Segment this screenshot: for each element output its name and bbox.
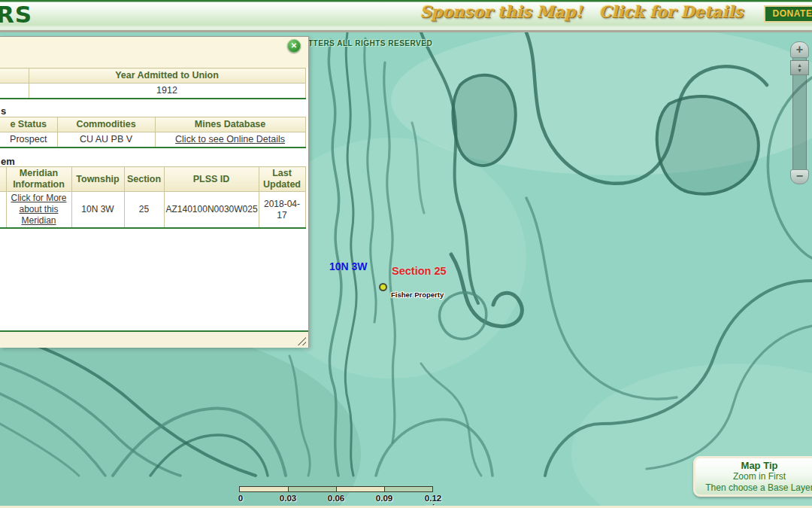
chevron-up-icon: ▲ bbox=[797, 62, 802, 68]
scale-tick: 0.09 bbox=[376, 494, 392, 503]
meridian-link[interactable]: Click for More about this Meridian bbox=[11, 193, 66, 226]
table-row: Click for More about this Meridian 10N 3… bbox=[0, 192, 305, 229]
mine-table: e Status Commodities Mines Database Pros… bbox=[0, 117, 306, 148]
map-tip-line2: Then choose a Base Layer bbox=[695, 482, 812, 494]
mine-marker[interactable] bbox=[379, 283, 387, 291]
zoom-slider-handle[interactable]: ▲ ▼ bbox=[790, 60, 809, 75]
meridian-info-cell: Click for More about this Meridian bbox=[6, 192, 71, 229]
property-label: Fisher Property bbox=[391, 291, 444, 299]
map-copyright: TTERS ALL RIGHTS RESERVED bbox=[308, 39, 432, 47]
year-admitted-header: Year Admitted to Union bbox=[29, 68, 305, 84]
scale-bar-segment bbox=[288, 487, 336, 491]
map-tip-line1: Zoom in First bbox=[695, 471, 812, 482]
chevron-down-icon: ▼ bbox=[797, 68, 802, 73]
section-header: Section bbox=[124, 167, 164, 192]
state-table-cut-header bbox=[0, 68, 29, 84]
table-row: Prospect CU AU PB V Click to see Online … bbox=[0, 132, 305, 148]
township-header: Township bbox=[71, 167, 124, 192]
sponsor-text: Sponsor this Map! bbox=[420, 2, 582, 21]
map-tip-box: Map Tip Zoom in First Then choose a Base… bbox=[693, 456, 812, 497]
township-label: 10N 3W bbox=[329, 260, 368, 272]
section-value: 25 bbox=[124, 192, 164, 229]
close-icon[interactable]: ✕ bbox=[287, 39, 301, 53]
year-admitted-value: 1912 bbox=[29, 84, 305, 99]
section-label: Section 25 bbox=[392, 265, 447, 277]
scale-tick: 0.12 mi bbox=[425, 494, 441, 506]
map-scale-bar: 0 0.03 0.06 0.09 0.12 mi bbox=[239, 484, 436, 503]
zoom-in-button[interactable]: + bbox=[790, 41, 809, 58]
resize-handle-icon[interactable] bbox=[296, 336, 306, 345]
last-updated-value: 2018-04-17 bbox=[259, 192, 305, 229]
minus-icon: − bbox=[796, 169, 803, 182]
header-bar: RS Sponsor this Map! Click for Details D… bbox=[0, 0, 812, 30]
map-zoom-control: + ▲ ▼ − bbox=[790, 41, 810, 184]
online-details-link[interactable]: Click to see Online Details bbox=[175, 134, 285, 144]
state-table: Year Admitted to Union 1912 bbox=[0, 68, 306, 99]
township-value: 10N 3W bbox=[71, 192, 124, 229]
mines-section-heading: s bbox=[1, 105, 6, 117]
scale-tick: 0.03 bbox=[280, 494, 296, 503]
mines-database-cell: Click to see Online Details bbox=[155, 132, 305, 148]
map-tip-title: Map Tip bbox=[695, 460, 812, 471]
plss-table: Meridian Information Township Section PL… bbox=[0, 166, 306, 229]
commodities-header: Commodities bbox=[57, 117, 155, 132]
scale-tick: 0.06 bbox=[328, 494, 344, 503]
mine-status-value: Prospect bbox=[0, 132, 57, 148]
plss-id-value: AZ140100N0030W025 bbox=[164, 192, 259, 229]
scale-bar-segment bbox=[384, 487, 432, 491]
scale-bar bbox=[239, 486, 433, 492]
meridian-info-header: Meridian Information bbox=[6, 167, 71, 192]
plss-section-heading: em bbox=[1, 156, 15, 167]
mine-status-header: e Status bbox=[0, 117, 57, 132]
state-table-cut-cell bbox=[0, 84, 29, 99]
scale-tick: 0 bbox=[238, 494, 243, 503]
panel-header-strip: ✕ bbox=[0, 37, 308, 68]
plus-icon: + bbox=[796, 43, 803, 56]
donate-button[interactable]: DONATE bbox=[764, 5, 812, 23]
plss-cut-cell bbox=[0, 192, 6, 229]
plss-cut-header bbox=[0, 167, 6, 192]
sponsor-cta: Click for Details bbox=[599, 2, 743, 21]
sponsor-banner[interactable]: Sponsor this Map! Click for Details bbox=[420, 2, 743, 21]
plss-id-header: PLSS ID bbox=[164, 167, 259, 192]
mines-database-header: Mines Database bbox=[155, 117, 305, 132]
page: RS Sponsor this Map! Click for Details D… bbox=[0, 0, 812, 508]
last-updated-header: Last Updated bbox=[259, 167, 305, 192]
zoom-out-button[interactable]: − bbox=[790, 169, 809, 184]
mine-info-panel: ✕ Year Admitted to Union 1912 s e Status… bbox=[0, 36, 309, 348]
commodities-value: CU AU PB V bbox=[57, 132, 155, 148]
site-logo[interactable]: RS bbox=[0, 1, 32, 28]
scale-bar-segment bbox=[336, 487, 384, 491]
scale-bar-segment bbox=[240, 487, 288, 491]
panel-footer-strip bbox=[0, 332, 308, 348]
